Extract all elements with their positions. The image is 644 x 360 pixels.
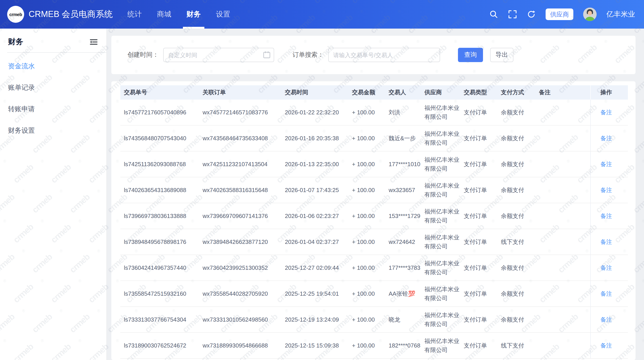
cell-related-order: wx731889930954866688 <box>202 333 285 359</box>
col-trader: 交易人 <box>389 85 424 100</box>
remark-action-link[interactable]: 备注 <box>600 316 612 323</box>
col-trade-amount: 交易金额 <box>352 85 389 100</box>
cell-trader: 魏近&一步 <box>389 125 424 151</box>
col-supplier: 供应商 <box>424 85 464 100</box>
remark-action-link[interactable]: 备注 <box>600 342 612 349</box>
sidebar-divider <box>7 52 106 53</box>
cell-related-order: wx740263588316315648 <box>202 177 285 203</box>
top-nav-item-stats[interactable]: 统计 <box>120 0 149 29</box>
cell-trader: 177****3783 <box>389 255 424 281</box>
cell-trade-time: 2026-01-22 22:32:20 <box>285 100 352 125</box>
cell-pay-method: 余额支付 <box>501 307 539 333</box>
cell-trade-type: 支付订单 <box>464 255 501 281</box>
cell-remark <box>539 203 590 229</box>
cell-pay-method: 余额支付 <box>501 177 539 203</box>
cell-trade-amount: + 100.00 <box>352 151 389 177</box>
col-remark: 备注 <box>539 85 590 100</box>
cell-remark <box>539 125 590 151</box>
cell-related-order: wx745772146571083776 <box>202 100 285 125</box>
cell-pay-method: 线下支付 <box>501 229 539 255</box>
date-range-input[interactable] <box>163 48 274 62</box>
col-trade-type: 交易类型 <box>464 85 501 100</box>
cell-trade-type: 支付订单 <box>464 125 501 151</box>
table-header-row: 交易单号 关联订单 交易时间 交易金额 交易人 供应商 交易类型 支付方式 备注… <box>120 85 628 100</box>
cell-trade-amount: + 100.00 <box>352 281 389 307</box>
cell-trader: 153****1729 <box>389 203 424 229</box>
top-bar: crmeb CRMEB 会员电商系统 统计 商城 财务 设置 供应商 <box>0 0 644 29</box>
cell-pay-method: 余额支付 <box>501 100 539 125</box>
cell-pay-method: 余额支付 <box>501 203 539 229</box>
cell-related-order: wx743568464735633408 <box>202 125 285 151</box>
table-row: ls733313037766754304wx733313010562498560… <box>120 307 628 333</box>
remark-action-link[interactable]: 备注 <box>600 109 612 115</box>
sidebar-item-finance-settings[interactable]: 财务设置 <box>0 120 106 141</box>
cell-transaction-no: ls735585472515932160 <box>120 281 202 307</box>
cell-trade-type: 支付订单 <box>464 281 501 307</box>
cell-action: 备注 <box>590 125 628 151</box>
app: crmeb CRMEB 会员电商系统 统计 商城 财务 设置 供应商 <box>0 0 644 360</box>
cell-supplier: 福州亿丰米业有限公司 <box>424 281 464 307</box>
sidebar-item-transfer-request[interactable]: 转账申请 <box>0 98 106 120</box>
col-related-order: 关联订单 <box>202 85 285 100</box>
sidebar-item-bill-records[interactable]: 账单记录 <box>0 77 106 98</box>
cell-trade-type: 支付订单 <box>464 229 501 255</box>
cell-supplier: 福州亿丰米业有限公司 <box>424 229 464 255</box>
remark-action-link[interactable]: 备注 <box>600 290 612 297</box>
sidebar-item-capital-flow[interactable]: 资金流水 <box>0 55 106 77</box>
cell-trader: 177****1010 <box>389 151 424 177</box>
table-row: ls739669738036133888wx739669709607141376… <box>120 203 628 229</box>
logo-text: crmeb <box>9 12 22 17</box>
cell-trade-type: 支付订单 <box>464 307 501 333</box>
layout: 财务 资金流水 账单记录 转账申请 财务设置 创建时间： <box>0 29 644 360</box>
table-row: ls745772176057040896wx745772146571083776… <box>120 100 628 125</box>
col-trade-time: 交易时间 <box>285 85 352 100</box>
cell-trade-type: 支付订单 <box>464 100 501 125</box>
supplier-badge[interactable]: 供应商 <box>546 8 573 20</box>
refresh-icon[interactable] <box>527 10 536 19</box>
cell-transaction-no: ls742511362093088768 <box>120 151 202 177</box>
top-nav-item-mall[interactable]: 商城 <box>149 0 179 29</box>
remark-action-link[interactable]: 备注 <box>600 212 612 219</box>
remark-action-link[interactable]: 备注 <box>600 186 612 193</box>
cell-pay-method: 余额支付 <box>501 255 539 281</box>
sidebar: 财务 资金流水 账单记录 转账申请 财务设置 <box>0 29 107 360</box>
menu-fold-icon[interactable] <box>88 37 98 47</box>
cell-trade-time: 2026-01-04 02:37:27 <box>285 229 352 255</box>
table-row: ls742511362093088768wx742511232107413504… <box>120 151 628 177</box>
order-search-input[interactable] <box>328 48 440 62</box>
top-nav-item-finance[interactable]: 财务 <box>179 0 208 29</box>
crmeb-logo: crmeb <box>7 6 24 23</box>
cell-remark <box>539 281 590 307</box>
query-button[interactable]: 查询 <box>458 48 483 62</box>
table-row: ls731890030762524672wx731889930954866688… <box>120 333 628 359</box>
cell-trade-time: 2025-12-19 13:24:09 <box>285 307 352 333</box>
cell-trade-type: 支付订单 <box>464 177 501 203</box>
cell-action: 备注 <box>590 281 628 307</box>
cell-remark <box>539 333 590 359</box>
remark-action-link[interactable]: 备注 <box>600 238 612 245</box>
table-row: ls738948495678898176wx738948426623877120… <box>120 229 628 255</box>
avatar[interactable] <box>583 7 596 21</box>
remark-action-link[interactable]: 备注 <box>600 264 612 271</box>
cell-trader: 182****0768 <box>389 333 424 359</box>
top-bar-right: 供应商 亿丰米业 <box>489 7 635 21</box>
content: 创建时间： 订单搜索： 查询 导出 <box>107 29 644 360</box>
cell-trade-time: 2025-12-15 15:09:38 <box>285 333 352 359</box>
transactions-table: 交易单号 关联订单 交易时间 交易金额 交易人 供应商 交易类型 支付方式 备注… <box>120 85 628 359</box>
cell-trade-amount: + 100.00 <box>352 229 389 255</box>
username[interactable]: 亿丰米业 <box>606 9 635 19</box>
cell-trade-amount: + 100.00 <box>352 177 389 203</box>
remark-action-link[interactable]: 备注 <box>600 135 612 141</box>
create-time-label: 创建时间： <box>128 51 159 59</box>
cell-trade-time: 2025-12-27 02:09:44 <box>285 255 352 281</box>
search-icon[interactable] <box>489 10 498 19</box>
top-nav-item-settings[interactable]: 设置 <box>208 0 238 29</box>
cell-transaction-no: ls736042414967357440 <box>120 255 202 281</box>
cell-trade-time: 2025-12-25 19:54:01 <box>285 281 352 307</box>
cell-supplier: 福州亿丰米业有限公司 <box>424 333 464 359</box>
cell-supplier: 福州亿丰米业有限公司 <box>424 100 464 125</box>
export-button[interactable]: 导出 <box>490 48 514 62</box>
table-row: ls735585472515932160wx735585440282705920… <box>120 281 628 307</box>
remark-action-link[interactable]: 备注 <box>600 161 612 167</box>
fullscreen-icon[interactable] <box>508 10 517 19</box>
